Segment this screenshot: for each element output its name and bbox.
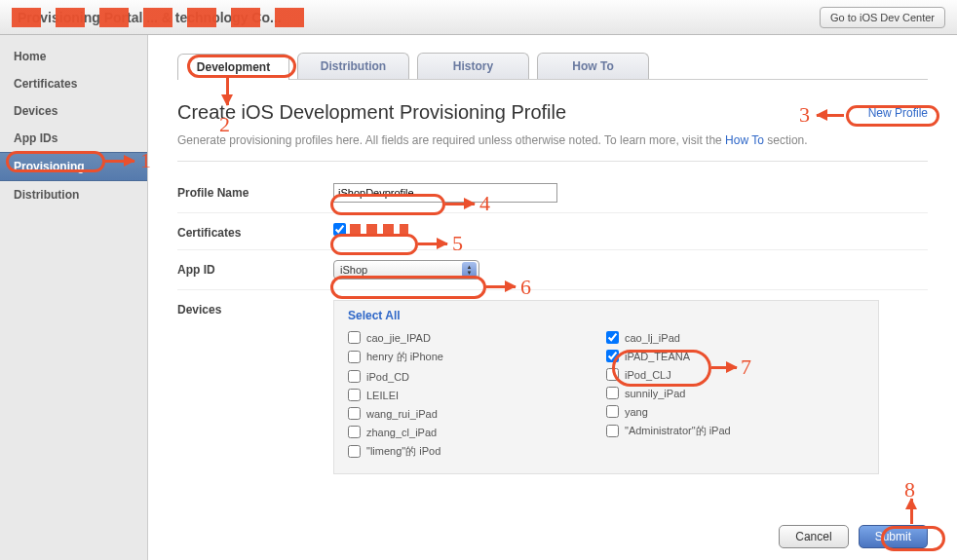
device-item[interactable]: iPod_CD — [348, 367, 606, 386]
tab-distribution[interactable]: Distribution — [297, 53, 409, 79]
select-arrow-icon — [462, 262, 477, 278]
page-title: Create iOS Development Provisioning Prof… — [177, 101, 566, 124]
select-all-link[interactable]: Select All — [348, 309, 401, 322]
profile-name-input[interactable] — [333, 183, 557, 203]
sidebar-item-distribution[interactable]: Distribution — [0, 181, 147, 208]
device-checkbox[interactable] — [606, 387, 619, 399]
certificate-name-redacted — [350, 224, 408, 236]
device-item[interactable]: cao_lj_iPad — [606, 328, 864, 347]
device-item[interactable]: "limeng"的 iPod — [348, 441, 606, 462]
device-checkbox[interactable] — [606, 331, 619, 344]
new-profile-link[interactable]: New Profile — [868, 106, 928, 120]
page-description: Generate provisioning profiles here. All… — [177, 133, 928, 162]
device-checkbox[interactable] — [348, 389, 361, 401]
device-label: cao_jie_IPAD — [366, 332, 431, 344]
tab-history[interactable]: History — [417, 53, 529, 79]
device-checkbox[interactable] — [348, 370, 361, 383]
sidebar-item-certificates[interactable]: Certificates — [0, 70, 147, 97]
device-item[interactable]: wang_rui_iPad — [348, 404, 606, 423]
app-id-selected-value: iShop — [340, 264, 367, 276]
sidebar-item-app-ids[interactable]: App IDs — [0, 125, 147, 152]
device-item[interactable]: sunnily_iPad — [606, 384, 864, 402]
device-item[interactable]: yang — [606, 402, 864, 421]
device-checkbox[interactable] — [348, 351, 361, 363]
main-content: Development Distribution History How To … — [148, 35, 957, 560]
tab-development[interactable]: Development — [177, 54, 289, 80]
device-item[interactable]: "Administrator"的 iPad — [606, 421, 864, 441]
devices-box: Select All cao_jie_IPADhenry 的 iPhoneiPo… — [333, 300, 879, 474]
sidebar: Home Certificates Devices App IDs Provis… — [0, 35, 148, 560]
device-item[interactable]: zhang_cl_iPad — [348, 423, 606, 441]
device-label: zhang_cl_iPad — [366, 427, 437, 438]
device-label: iPAD_TEANA — [625, 351, 690, 362]
device-column-1: cao_jie_IPADhenry 的 iPhoneiPod_CDLEILEIw… — [348, 328, 606, 462]
app-id-label: App ID — [177, 260, 333, 277]
go-to-dev-center-button[interactable]: Go to iOS Dev Center — [820, 7, 945, 28]
device-label: wang_rui_iPad — [366, 408, 438, 420]
device-checkbox[interactable] — [606, 405, 619, 418]
profile-name-label: Profile Name — [177, 183, 333, 200]
portal-title: Provisioning Portal ... & technology Co.… — [12, 8, 287, 27]
cancel-button[interactable]: Cancel — [779, 525, 848, 548]
tab-how-to[interactable]: How To — [537, 53, 649, 79]
device-label: iPod_CD — [366, 371, 409, 383]
device-checkbox[interactable] — [606, 425, 619, 437]
device-column-2: cao_lj_iPadiPAD_TEANAiPod_CLJsunnily_iPa… — [606, 328, 864, 462]
device-label: iPod_CLJ — [625, 369, 671, 381]
device-item[interactable]: iPod_CLJ — [606, 365, 864, 384]
submit-button[interactable]: Submit — [859, 525, 928, 548]
device-label: sunnily_iPad — [625, 388, 685, 399]
device-item[interactable]: LEILEI — [348, 386, 606, 404]
device-item[interactable]: cao_jie_IPAD — [348, 328, 606, 347]
device-label: henry 的 iPhone — [366, 350, 443, 364]
device-checkbox[interactable] — [348, 331, 361, 344]
device-checkbox[interactable] — [348, 407, 361, 420]
sidebar-item-home[interactable]: Home — [0, 43, 147, 70]
certificate-checkbox[interactable] — [333, 223, 346, 236]
devices-label: Devices — [177, 300, 333, 317]
device-label: LEILEI — [366, 390, 399, 401]
desc-text: Generate provisioning profiles here. All… — [177, 133, 725, 147]
sidebar-item-devices[interactable]: Devices — [0, 97, 147, 125]
header-bar: Provisioning Portal ... & technology Co.… — [0, 0, 957, 35]
desc-suffix: section. — [764, 133, 808, 147]
app-id-select[interactable]: iShop — [333, 260, 479, 280]
certificates-label: Certificates — [177, 223, 333, 240]
sidebar-item-provisioning[interactable]: Provisioning — [0, 152, 147, 181]
certificate-option[interactable] — [333, 223, 408, 236]
device-label: cao_lj_iPad — [625, 332, 680, 344]
device-label: "limeng"的 iPod — [366, 444, 440, 459]
device-item[interactable]: iPAD_TEANA — [606, 347, 864, 365]
device-checkbox[interactable] — [606, 368, 619, 381]
device-label: yang — [625, 406, 648, 418]
how-to-link[interactable]: How To — [725, 133, 764, 147]
device-item[interactable]: henry 的 iPhone — [348, 347, 606, 367]
device-checkbox[interactable] — [348, 426, 361, 438]
device-checkbox[interactable] — [348, 445, 361, 458]
tabs: Development Distribution History How To — [177, 53, 928, 80]
device-checkbox[interactable] — [606, 350, 619, 362]
device-label: "Administrator"的 iPad — [625, 424, 731, 438]
